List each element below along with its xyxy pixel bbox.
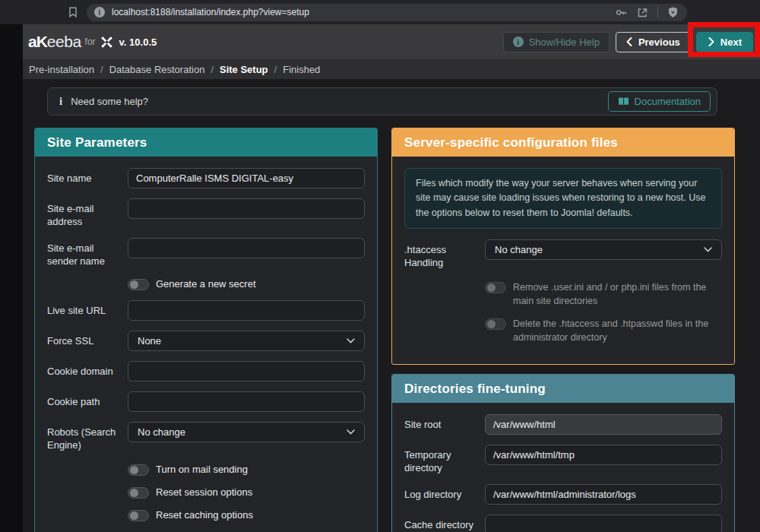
cache-directory-label: Cache directory xyxy=(404,515,477,531)
tmp-directory-label: Temporary directory xyxy=(404,445,477,474)
cache-directory-input[interactable] xyxy=(485,515,722,532)
site-email-label: Site e-mail address xyxy=(47,198,120,228)
akeeba-logo: aK xyxy=(28,33,47,51)
tmp-directory-input[interactable] xyxy=(485,445,722,465)
site-info-icon[interactable]: i xyxy=(94,7,105,17)
reset-caching-label: Reset caching options xyxy=(156,508,253,522)
breadcrumb-separator: / xyxy=(100,64,103,75)
previous-label: Previous xyxy=(638,36,680,48)
site-root-label: Site root xyxy=(404,414,477,431)
sender-name-label: Site e-mail sender name xyxy=(47,238,120,268)
remove-ini-label: Remove .user.ini and / or php.ini files … xyxy=(513,280,722,308)
chevron-left-icon xyxy=(625,37,633,46)
site-root-input[interactable] xyxy=(485,414,722,435)
live-site-url-row: Live site URL xyxy=(47,300,365,321)
next-label: Next xyxy=(720,36,742,48)
log-directory-input[interactable] xyxy=(485,484,722,505)
directories-panel: Directories fine-tuning Site root Tempor… xyxy=(391,374,735,532)
info-icon: i xyxy=(59,95,62,108)
remove-ini-toggle[interactable] xyxy=(485,282,506,293)
cookie-domain-input[interactable] xyxy=(128,361,365,382)
documentation-label: Documentation xyxy=(635,96,701,107)
log-directory-label: Log directory xyxy=(404,484,477,501)
cache-directory-row: Cache directory xyxy=(404,515,722,532)
divider xyxy=(657,7,658,17)
site-email-row: Site e-mail address xyxy=(47,198,365,228)
robots-label: Robots (Search Engine) xyxy=(47,422,120,451)
next-button[interactable]: Next xyxy=(696,32,753,52)
right-column: Server-specific configuration files File… xyxy=(391,128,735,532)
help-bar: i Need some help? Documentation xyxy=(47,87,717,116)
htaccess-select[interactable]: No change xyxy=(485,239,722,260)
directories-title: Directories fine-tuning xyxy=(392,375,734,403)
breadcrumb-database-restoration[interactable]: Database Restoration xyxy=(109,64,205,75)
live-site-url-input[interactable] xyxy=(128,300,365,321)
show-hide-help-button[interactable]: i Show/Hide Help xyxy=(503,32,610,52)
reset-session-row: Reset session options xyxy=(128,486,365,499)
log-directory-row: Log directory xyxy=(404,484,722,505)
generate-secret-row: Generate a new secret xyxy=(128,277,365,291)
share-icon[interactable] xyxy=(636,6,649,19)
reset-session-toggle[interactable] xyxy=(128,487,149,499)
chevron-down-icon xyxy=(704,247,712,252)
brave-shield-icon[interactable] xyxy=(667,6,679,19)
generate-secret-label: Generate a new secret xyxy=(156,277,256,291)
browser-chrome: i localhost:8188/installation/index.php?… xyxy=(0,0,760,24)
site-name-input[interactable] xyxy=(128,168,365,188)
mail-sending-toggle[interactable] xyxy=(128,464,149,476)
cookie-path-label: Cookie path xyxy=(47,391,120,408)
help-bar-text: Need some help? xyxy=(71,96,148,107)
robots-row: Robots (Search Engine) No change xyxy=(47,422,365,451)
delete-htaccess-toggle[interactable] xyxy=(485,318,506,330)
mail-sending-label: Turn on mail sending xyxy=(156,463,248,477)
breadcrumb-separator: / xyxy=(274,64,277,75)
show-hide-help-label: Show/Hide Help xyxy=(529,36,600,48)
sender-name-input[interactable] xyxy=(128,238,365,258)
reset-caching-row: Reset caching options xyxy=(128,508,365,522)
akeeba-logo-text: eeba xyxy=(47,33,81,51)
robots-select[interactable]: No change xyxy=(128,422,365,442)
bookmark-icon[interactable] xyxy=(67,6,79,18)
cookie-path-row: Cookie path xyxy=(47,391,365,412)
delete-htaccess-label: Delete the .htaccess and .htpasswd files… xyxy=(513,317,722,344)
force-ssl-label: Force SSL xyxy=(47,331,120,347)
joomla-logo xyxy=(100,36,113,49)
breadcrumb-site-setup[interactable]: Site Setup xyxy=(220,64,268,75)
site-parameters-panel: Site Parameters Site name Site e-mail ad… xyxy=(34,128,378,532)
site-name-row: Site name xyxy=(47,168,365,188)
version-label: v. 10.0.5 xyxy=(119,36,157,48)
key-icon[interactable] xyxy=(615,6,628,19)
documentation-button[interactable]: Documentation xyxy=(608,91,711,112)
screenshot-root: i localhost:8188/installation/index.php?… xyxy=(0,0,760,532)
server-config-info: Files which modify the way your server b… xyxy=(404,168,722,229)
generate-secret-toggle[interactable] xyxy=(128,279,149,290)
previous-button[interactable]: Previous xyxy=(616,32,690,52)
breadcrumb-finished[interactable]: Finished xyxy=(283,64,320,75)
logo-for-label: for xyxy=(85,36,96,47)
content-panels: Site Parameters Site name Site e-mail ad… xyxy=(34,128,735,532)
site-email-input[interactable] xyxy=(128,198,365,219)
address-bar[interactable]: i localhost:8188/installation/index.php?… xyxy=(87,4,687,21)
breadcrumb: Pre-installation / Database Restoration … xyxy=(23,59,760,79)
reset-caching-toggle[interactable] xyxy=(128,510,149,521)
installer-navbar: aK eeba for v. 10.0.5 i Show/Hide Help P… xyxy=(23,24,760,59)
tmp-directory-row: Temporary directory xyxy=(404,445,722,474)
sender-name-row: Site e-mail sender name xyxy=(47,238,365,268)
site-parameters-title: Site Parameters xyxy=(35,128,377,157)
htaccess-row: .htaccess Handling No change xyxy=(404,239,722,269)
htaccess-value: No change xyxy=(495,244,543,255)
site-name-label: Site name xyxy=(47,168,120,185)
chevron-down-icon xyxy=(347,429,355,435)
cookie-path-input[interactable] xyxy=(128,391,365,412)
breadcrumb-pre-installation[interactable]: Pre-installation xyxy=(29,64,94,75)
installer-page: aK eeba for v. 10.0.5 i Show/Hide Help P… xyxy=(23,24,760,532)
force-ssl-row: Force SSL None xyxy=(47,331,365,351)
live-site-url-label: Live site URL xyxy=(47,300,120,317)
url-text[interactable]: localhost:8188/installation/index.php?vi… xyxy=(112,7,309,17)
reset-session-label: Reset session options xyxy=(156,486,252,499)
force-ssl-value: None xyxy=(138,335,161,347)
force-ssl-select[interactable]: None xyxy=(128,331,365,351)
breadcrumb-separator: / xyxy=(211,64,214,75)
remove-ini-row: Remove .user.ini and / or php.ini files … xyxy=(485,280,722,308)
site-root-row: Site root xyxy=(404,414,722,435)
